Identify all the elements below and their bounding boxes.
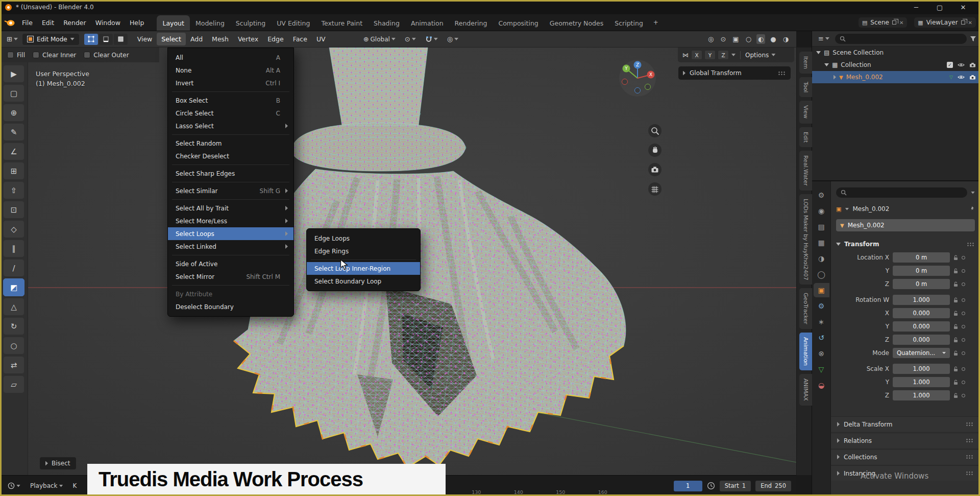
tool-option-checkbox[interactable]: Clear Outer — [84, 52, 129, 59]
gizmo-x-label[interactable]: X — [649, 72, 652, 77]
hide-eye-icon[interactable] — [958, 75, 965, 80]
submenu-item[interactable]: Edge Loops — [307, 232, 420, 245]
face-select-mode-button[interactable] — [114, 34, 128, 45]
new-viewlayer-icon[interactable] — [961, 20, 965, 25]
animate-decorator-icon[interactable] — [962, 325, 965, 328]
workspace-tab[interactable]: Shading — [368, 15, 405, 31]
tool-bisect[interactable]: ◩ — [3, 278, 24, 296]
shading-material-icon[interactable]: ● — [769, 34, 777, 44]
lock-icon[interactable] — [953, 324, 958, 329]
properties-search-input[interactable] — [836, 187, 967, 198]
global-transform-panel[interactable]: Global Transform — [678, 66, 791, 80]
bisect-operator-panel[interactable]: Bisect — [40, 457, 76, 469]
ptab-output[interactable]: ▤ — [814, 220, 829, 234]
keying-menu[interactable]: K — [70, 481, 80, 491]
value-field[interactable]: 0.000 — [893, 308, 950, 318]
show-gizmos-icon[interactable]: ◎ — [706, 34, 715, 44]
unlink-scene-icon[interactable]: ✕ — [899, 20, 903, 26]
workspace-tab[interactable]: Rendering — [449, 15, 493, 31]
symmetry-icon[interactable]: ⋈ — [682, 52, 689, 59]
ptab-render[interactable]: ◉ — [814, 204, 829, 218]
properties-filter-icon[interactable] — [971, 192, 975, 194]
transform-section-header[interactable]: Transform — [836, 238, 975, 251]
ptab-data[interactable]: ▽ — [814, 362, 829, 376]
end-frame-field[interactable]: End 250 — [755, 481, 791, 491]
ptab-tool[interactable]: ⚙ — [814, 188, 829, 202]
outliner-search-input[interactable] — [835, 34, 967, 44]
sidebar-tab[interactable]: Animation — [799, 333, 812, 370]
tool-option-checkbox[interactable]: Fill — [7, 52, 25, 59]
select-menu-item[interactable]: Select Sharp Edges — [168, 167, 293, 180]
animate-decorator-icon[interactable] — [962, 351, 965, 355]
outliner-filter-button[interactable] — [970, 36, 976, 42]
select-menu-item[interactable]: Select Mirror Shift Ctrl M — [168, 270, 293, 283]
sidebar-tab[interactable]: View — [799, 101, 812, 123]
select-menu-item[interactable]: Box Select B — [168, 94, 293, 107]
ptab-view-layer[interactable]: ▦ — [814, 235, 829, 250]
outliner-row-collection[interactable]: ▦ Collection ✓ — [812, 59, 980, 71]
animate-decorator-icon[interactable] — [962, 367, 965, 371]
current-frame-field[interactable]: 1 — [674, 481, 702, 491]
lock-icon[interactable] — [953, 366, 958, 372]
mirror-dropdown-icon[interactable] — [731, 54, 736, 56]
zoom-button[interactable] — [648, 124, 662, 137]
shading-rendered-icon[interactable]: ◑ — [781, 34, 790, 44]
ptab-object[interactable]: ▣ — [814, 283, 829, 297]
orthographic-toggle-button[interactable] — [648, 182, 662, 196]
hide-eye-icon[interactable] — [958, 62, 965, 67]
viewlayer-selector[interactable]: ▦ ViewLayer ✕ — [914, 17, 976, 28]
gizmo-z-label[interactable]: Z — [636, 62, 639, 67]
sidebar-tab[interactable]: Real.Water — [799, 151, 812, 191]
add-workspace-button[interactable]: + — [649, 16, 663, 29]
tool-edge-slide[interactable]: ⇄ — [3, 356, 24, 374]
close-button[interactable]: ✕ — [951, 0, 975, 14]
value-field[interactable]: 1.000 — [893, 377, 950, 387]
pin-icon[interactable] — [969, 206, 975, 212]
edge-select-mode-button[interactable] — [99, 34, 113, 45]
viewport-menu[interactable]: Select — [157, 33, 186, 45]
sidebar-tab[interactable]: LODs Maker by HuyKhoi2407 — [799, 194, 812, 285]
tool-cursor[interactable]: ⊕ — [3, 104, 24, 122]
select-menu-item[interactable]: Select Linked — [168, 240, 293, 253]
tool-inset-faces[interactable]: ⊡ — [3, 201, 24, 219]
menubar-menu[interactable]: Help — [125, 17, 149, 29]
tool-spin[interactable]: ↻ — [3, 317, 24, 335]
animate-decorator-icon[interactable] — [962, 269, 965, 273]
sidebar-tab[interactable]: Item — [799, 52, 812, 74]
value-field[interactable]: 0.000 — [893, 321, 950, 332]
lock-icon[interactable] — [953, 337, 958, 343]
submenu-item[interactable]: Edge Rings — [307, 245, 420, 257]
select-menu-item[interactable]: By Attribute — [168, 288, 293, 300]
viewport-menu[interactable]: Edge — [263, 33, 288, 45]
lock-icon[interactable] — [953, 350, 958, 356]
workspace-tab[interactable]: Modeling — [190, 15, 230, 31]
select-menu-item[interactable]: Checker Deselect — [168, 150, 293, 162]
tool-bevel[interactable]: ◇ — [3, 220, 24, 238]
menubar-menu[interactable]: File — [17, 17, 37, 29]
submenu-item[interactable]: Select Loop Inner-Region — [307, 262, 420, 275]
tool-extrude-region[interactable]: ⇧ — [3, 181, 24, 199]
tool-select-box[interactable]: ▢ — [3, 84, 24, 102]
workspace-tab[interactable]: Animation — [405, 15, 449, 31]
select-menu-item[interactable]: Select Random — [168, 137, 293, 150]
ptab-modifiers[interactable]: ⚙ — [814, 299, 829, 313]
mirror-axis-toggle[interactable]: Y — [704, 50, 716, 60]
toggle-xray-icon[interactable]: ▣ — [731, 34, 740, 44]
snap-magnet-button[interactable] — [423, 34, 440, 44]
select-menu-item[interactable]: Invert Ctrl I — [168, 77, 293, 89]
viewport-menu[interactable]: Add — [186, 33, 207, 45]
show-overlays-icon[interactable]: ⊙ — [719, 34, 727, 44]
animate-decorator-icon[interactable] — [962, 312, 965, 315]
tool-shear[interactable]: ▱ — [3, 375, 24, 393]
tool-option-checkbox[interactable]: Clear Inner — [33, 52, 76, 59]
submenu-item[interactable]: Select Boundary Loop — [307, 275, 420, 288]
sidebar-tab[interactable]: Tool — [799, 77, 812, 97]
animate-decorator-icon[interactable] — [962, 256, 965, 259]
shading-solid-icon[interactable]: ◐ — [756, 34, 765, 44]
timeline-editor-type-button[interactable] — [5, 481, 23, 491]
tool-knife[interactable]: ∕ — [3, 259, 24, 277]
collapsed-section[interactable]: Collections — [831, 449, 980, 464]
workspace-tab[interactable]: Compositing — [493, 15, 544, 31]
ptab-constraints[interactable]: ⊗ — [814, 346, 829, 361]
collapsed-section[interactable]: Relations — [831, 433, 980, 448]
